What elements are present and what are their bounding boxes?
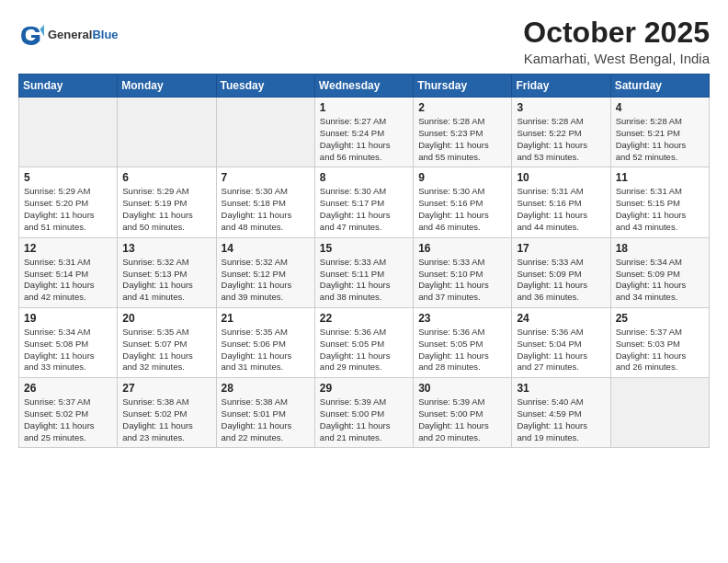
day-number: 6 — [122, 171, 210, 184]
day-detail: Sunrise: 5:31 AM Sunset: 5:15 PM Dayligh… — [616, 186, 704, 233]
day-detail: Sunrise: 5:33 AM Sunset: 5:11 PM Dayligh… — [320, 257, 408, 304]
month-title: October 2025 — [523, 17, 710, 49]
day-detail: Sunrise: 5:32 AM Sunset: 5:12 PM Dayligh… — [222, 257, 310, 304]
day-detail: Sunrise: 5:39 AM Sunset: 5:00 PM Dayligh… — [418, 396, 506, 443]
calendar-cell: 16Sunrise: 5:33 AM Sunset: 5:10 PM Dayli… — [414, 237, 512, 307]
day-number: 19 — [24, 312, 112, 325]
day-detail: Sunrise: 5:36 AM Sunset: 5:05 PM Dayligh… — [320, 327, 408, 373]
day-detail: Sunrise: 5:35 AM Sunset: 5:07 PM Dayligh… — [122, 327, 210, 373]
day-detail: Sunrise: 5:30 AM Sunset: 5:16 PM Dayligh… — [418, 186, 506, 233]
calendar-cell: 2Sunrise: 5:28 AM Sunset: 5:23 PM Daylig… — [414, 98, 512, 167]
calendar-cell: 19Sunrise: 5:34 AM Sunset: 5:08 PM Dayli… — [19, 307, 118, 377]
day-number: 22 — [320, 312, 408, 325]
calendar-cell: 5Sunrise: 5:29 AM Sunset: 5:20 PM Daylig… — [19, 167, 118, 237]
col-monday: Monday — [118, 75, 216, 98]
day-detail: Sunrise: 5:30 AM Sunset: 5:17 PM Dayligh… — [320, 186, 408, 233]
day-detail: Sunrise: 5:29 AM Sunset: 5:20 PM Dayligh… — [24, 186, 112, 233]
day-detail: Sunrise: 5:31 AM Sunset: 5:14 PM Dayligh… — [24, 257, 112, 304]
day-detail: Sunrise: 5:29 AM Sunset: 5:19 PM Dayligh… — [122, 186, 210, 233]
logo-icon — [18, 22, 44, 48]
calendar-cell: 14Sunrise: 5:32 AM Sunset: 5:12 PM Dayli… — [216, 237, 314, 307]
calendar-cell: 15Sunrise: 5:33 AM Sunset: 5:11 PM Dayli… — [314, 237, 413, 307]
calendar-cell: 4Sunrise: 5:28 AM Sunset: 5:21 PM Daylig… — [610, 98, 709, 167]
page: GeneralBlue October 2025 Kamarhati, West… — [0, 0, 728, 457]
day-detail: Sunrise: 5:38 AM Sunset: 5:02 PM Dayligh… — [122, 396, 210, 443]
day-number: 30 — [418, 382, 506, 395]
header: GeneralBlue October 2025 Kamarhati, West… — [18, 17, 710, 66]
calendar-cell: 23Sunrise: 5:36 AM Sunset: 5:05 PM Dayli… — [414, 307, 512, 377]
week-row-5: 26Sunrise: 5:37 AM Sunset: 5:02 PM Dayli… — [19, 378, 710, 448]
day-number: 29 — [320, 382, 408, 395]
calendar-cell — [216, 98, 314, 167]
day-detail: Sunrise: 5:27 AM Sunset: 5:24 PM Dayligh… — [320, 116, 408, 163]
day-number: 27 — [122, 382, 210, 395]
calendar-cell — [610, 378, 709, 448]
day-detail: Sunrise: 5:37 AM Sunset: 5:02 PM Dayligh… — [24, 396, 112, 443]
calendar-cell: 18Sunrise: 5:34 AM Sunset: 5:09 PM Dayli… — [610, 237, 709, 307]
calendar-cell: 28Sunrise: 5:38 AM Sunset: 5:01 PM Dayli… — [216, 378, 314, 448]
calendar-cell: 9Sunrise: 5:30 AM Sunset: 5:16 PM Daylig… — [414, 167, 512, 237]
day-number: 20 — [122, 312, 210, 325]
location: Kamarhati, West Bengal, India — [523, 51, 710, 66]
calendar-cell: 22Sunrise: 5:36 AM Sunset: 5:05 PM Dayli… — [314, 307, 413, 377]
calendar-cell: 31Sunrise: 5:40 AM Sunset: 4:59 PM Dayli… — [512, 378, 610, 448]
day-number: 17 — [517, 242, 605, 255]
calendar-cell: 12Sunrise: 5:31 AM Sunset: 5:14 PM Dayli… — [19, 237, 118, 307]
calendar-cell: 1Sunrise: 5:27 AM Sunset: 5:24 PM Daylig… — [314, 98, 413, 167]
col-sunday: Sunday — [19, 75, 118, 98]
col-saturday: Saturday — [610, 75, 709, 98]
day-number: 1 — [320, 101, 408, 114]
logo: GeneralBlue — [18, 22, 119, 48]
calendar-cell: 11Sunrise: 5:31 AM Sunset: 5:15 PM Dayli… — [610, 167, 709, 237]
day-number: 31 — [517, 382, 605, 395]
day-detail: Sunrise: 5:32 AM Sunset: 5:13 PM Dayligh… — [122, 257, 210, 304]
day-detail: Sunrise: 5:30 AM Sunset: 5:18 PM Dayligh… — [222, 186, 310, 233]
calendar-cell: 26Sunrise: 5:37 AM Sunset: 5:02 PM Dayli… — [19, 378, 118, 448]
calendar-cell: 8Sunrise: 5:30 AM Sunset: 5:17 PM Daylig… — [314, 167, 413, 237]
day-detail: Sunrise: 5:28 AM Sunset: 5:21 PM Dayligh… — [616, 116, 704, 163]
day-detail: Sunrise: 5:34 AM Sunset: 5:09 PM Dayligh… — [616, 257, 704, 304]
day-detail: Sunrise: 5:40 AM Sunset: 4:59 PM Dayligh… — [517, 396, 605, 443]
day-detail: Sunrise: 5:31 AM Sunset: 5:16 PM Dayligh… — [517, 186, 605, 233]
calendar-cell: 6Sunrise: 5:29 AM Sunset: 5:19 PM Daylig… — [118, 167, 216, 237]
day-detail: Sunrise: 5:34 AM Sunset: 5:08 PM Dayligh… — [24, 327, 112, 373]
day-number: 3 — [517, 101, 605, 114]
day-detail: Sunrise: 5:36 AM Sunset: 5:05 PM Dayligh… — [418, 327, 506, 373]
calendar-header-row: Sunday Monday Tuesday Wednesday Thursday… — [19, 75, 710, 98]
day-number: 5 — [24, 171, 112, 184]
day-number: 28 — [222, 382, 310, 395]
title-block: October 2025 Kamarhati, West Bengal, Ind… — [523, 17, 710, 66]
day-number: 16 — [418, 242, 506, 255]
day-number: 8 — [320, 171, 408, 184]
day-detail: Sunrise: 5:28 AM Sunset: 5:23 PM Dayligh… — [418, 116, 506, 163]
calendar-cell: 3Sunrise: 5:28 AM Sunset: 5:22 PM Daylig… — [512, 98, 610, 167]
day-number: 4 — [616, 101, 704, 114]
day-number: 25 — [616, 312, 704, 325]
col-tuesday: Tuesday — [216, 75, 314, 98]
day-number: 18 — [616, 242, 704, 255]
calendar-cell: 10Sunrise: 5:31 AM Sunset: 5:16 PM Dayli… — [512, 167, 610, 237]
day-number: 15 — [320, 242, 408, 255]
week-row-3: 12Sunrise: 5:31 AM Sunset: 5:14 PM Dayli… — [19, 237, 710, 307]
day-detail: Sunrise: 5:36 AM Sunset: 5:04 PM Dayligh… — [517, 327, 605, 373]
calendar-cell: 29Sunrise: 5:39 AM Sunset: 5:00 PM Dayli… — [314, 378, 413, 448]
day-detail: Sunrise: 5:39 AM Sunset: 5:00 PM Dayligh… — [320, 396, 408, 443]
day-number: 14 — [222, 242, 310, 255]
day-number: 9 — [418, 171, 506, 184]
day-detail: Sunrise: 5:35 AM Sunset: 5:06 PM Dayligh… — [222, 327, 310, 373]
calendar-cell: 7Sunrise: 5:30 AM Sunset: 5:18 PM Daylig… — [216, 167, 314, 237]
day-number: 10 — [517, 171, 605, 184]
day-detail: Sunrise: 5:33 AM Sunset: 5:10 PM Dayligh… — [418, 257, 506, 304]
calendar-cell: 17Sunrise: 5:33 AM Sunset: 5:09 PM Dayli… — [512, 237, 610, 307]
day-number: 12 — [24, 242, 112, 255]
calendar-cell: 27Sunrise: 5:38 AM Sunset: 5:02 PM Dayli… — [118, 378, 216, 448]
day-number: 24 — [517, 312, 605, 325]
day-number: 21 — [222, 312, 310, 325]
calendar-cell: 24Sunrise: 5:36 AM Sunset: 5:04 PM Dayli… — [512, 307, 610, 377]
col-friday: Friday — [512, 75, 610, 98]
day-number: 11 — [616, 171, 704, 184]
week-row-2: 5Sunrise: 5:29 AM Sunset: 5:20 PM Daylig… — [19, 167, 710, 237]
day-number: 7 — [222, 171, 310, 184]
calendar-cell — [118, 98, 216, 167]
col-thursday: Thursday — [414, 75, 512, 98]
